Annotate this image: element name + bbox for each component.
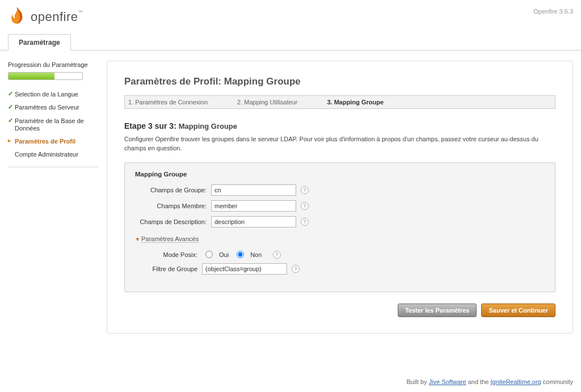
group-field-label: Champs de Groupe:: [135, 187, 207, 193]
step-tabs: 1. Paramètres de Connexion 2. Mapping Ut…: [124, 95, 555, 109]
help-icon[interactable]: ?: [292, 265, 300, 273]
footer: Built by Jive Software and the IgniteRea…: [406, 378, 573, 385]
posix-mode-label: Mode Posix:: [142, 251, 197, 258]
posix-no-label: Non: [250, 251, 262, 258]
group-filter-input[interactable]: [202, 263, 287, 275]
group-filter-label: Filtre de Groupe: [142, 265, 197, 272]
flame-icon: [8, 6, 27, 28]
footer-link-ignite[interactable]: IgniteRealtime.org: [490, 378, 541, 385]
group-field-input[interactable]: [211, 184, 296, 196]
sidebar-item-admin[interactable]: Compte Administrateur: [8, 148, 99, 161]
step-tab-user-mapping[interactable]: 2. Mapping Utilisateur: [237, 99, 297, 106]
step-heading: Etape 3 sur 3: Mapping Groupe: [124, 121, 555, 130]
sidebar: Progression du Paramétrage Selection de …: [8, 61, 99, 334]
member-field-input[interactable]: [211, 200, 296, 212]
description-field-label: Champs de Description:: [135, 218, 207, 225]
sidebar-item-server[interactable]: Paramètres du Serveur: [8, 101, 99, 114]
sidebar-item-language[interactable]: Selection de la Langue: [8, 88, 99, 101]
posix-yes-radio[interactable]: [205, 251, 213, 258]
advanced-toggle[interactable]: Paramètres Avancés: [141, 235, 199, 243]
step-tab-connection[interactable]: 1. Paramètres de Connexion: [128, 99, 208, 106]
help-icon[interactable]: ?: [301, 186, 309, 194]
form-box: Mapping Groupe Champs de Groupe: ? Champ…: [124, 162, 555, 292]
step-tab-group-mapping[interactable]: 3. Mapping Groupe: [327, 99, 384, 106]
product-name: openfire™: [31, 10, 83, 24]
form-box-title: Mapping Groupe: [135, 171, 545, 178]
footer-link-jive[interactable]: Jive Software: [429, 378, 466, 385]
chevron-down-icon: ▼: [135, 237, 140, 242]
help-icon[interactable]: ?: [273, 251, 281, 259]
posix-no-radio[interactable]: [237, 251, 244, 258]
member-field-label: Champs Membre:: [135, 203, 207, 209]
help-icon[interactable]: ?: [301, 218, 309, 226]
description-field-input[interactable]: [211, 216, 296, 227]
tab-setup[interactable]: Paramétrage: [8, 34, 71, 50]
test-settings-button[interactable]: Tester les Paramètres: [398, 304, 477, 317]
version-label: Openfire 3.6.3: [533, 8, 573, 15]
save-continue-button[interactable]: Sauver et Continuer: [481, 304, 555, 317]
product-logo: openfire™: [8, 6, 83, 28]
progress-bar: [8, 72, 83, 80]
help-icon[interactable]: ?: [301, 202, 309, 210]
sidebar-item-profile[interactable]: Paramètres de Profil: [8, 135, 99, 148]
progress-title: Progression du Paramétrage: [8, 61, 99, 69]
step-description: Configurer Openfire trouver les groupes …: [124, 135, 555, 153]
sidebar-item-database[interactable]: Paramètre de la Base de Données: [8, 115, 99, 135]
posix-yes-label: Oui: [219, 251, 229, 258]
page-title: Paramètres de Profil: Mapping Groupe: [124, 76, 555, 87]
main-panel: Paramètres de Profil: Mapping Groupe 1. …: [107, 61, 573, 334]
